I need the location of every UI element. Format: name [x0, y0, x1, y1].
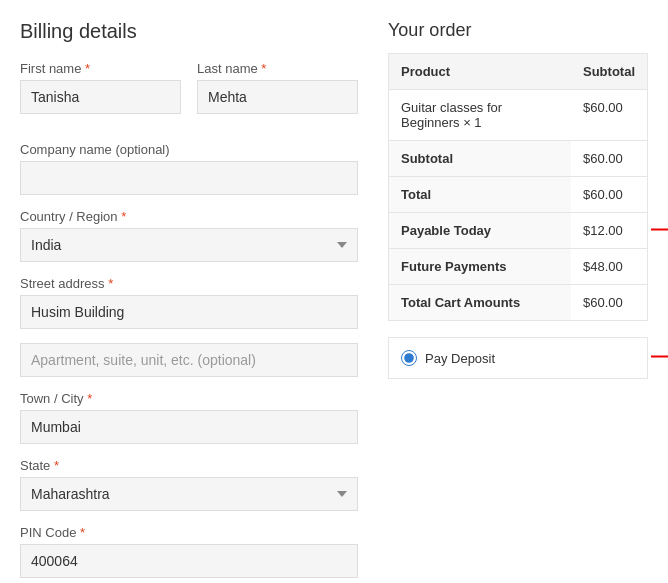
billing-title: Billing details — [20, 20, 358, 43]
pay-deposit-section: Pay Deposit — [388, 337, 648, 379]
state-label: State * — [20, 458, 358, 473]
last-name-input[interactable] — [197, 80, 358, 114]
required-star-pin: * — [76, 525, 85, 540]
arrow-payable-icon — [651, 219, 668, 242]
first-name-group: First name * — [20, 61, 181, 114]
first-name-label: First name * — [20, 61, 181, 76]
name-row: First name * Last name * — [20, 61, 358, 128]
required-star-last: * — [258, 61, 267, 76]
table-row: Subtotal $60.00 — [389, 141, 648, 177]
cart-label: Total Cart Amounts — [389, 285, 572, 321]
apt-group — [20, 343, 358, 377]
subtotal-label: Subtotal — [389, 141, 572, 177]
country-select[interactable]: India United States United Kingdom — [20, 228, 358, 262]
product-name: Guitar classes for Beginners × 1 — [389, 90, 572, 141]
city-label: Town / City * — [20, 391, 358, 406]
city-input[interactable] — [20, 410, 358, 444]
apt-input[interactable] — [20, 343, 358, 377]
country-label: Country / Region * — [20, 209, 358, 224]
company-name-input[interactable] — [20, 161, 358, 195]
last-name-label: Last name * — [197, 61, 358, 76]
street-label: Street address * — [20, 276, 358, 291]
total-value: $60.00 — [571, 177, 648, 213]
pin-label: PIN Code * — [20, 525, 358, 540]
street-input[interactable] — [20, 295, 358, 329]
arrow-deposit-icon — [651, 347, 668, 370]
cart-value: $60.00 — [571, 285, 648, 321]
required-star-city: * — [84, 391, 93, 406]
payable-label: Payable Today — [389, 213, 572, 249]
subtotal-value: $60.00 — [571, 141, 648, 177]
last-name-group: Last name * — [197, 61, 358, 114]
table-row: Total Cart Amounts $60.00 — [389, 285, 648, 321]
order-table: Product Subtotal Guitar classes for Begi… — [388, 53, 648, 321]
order-section: Your order Product Subtotal Guitar class… — [388, 20, 648, 583]
order-title: Your order — [388, 20, 648, 41]
total-label: Total — [389, 177, 572, 213]
table-row: Guitar classes for Beginners × 1 $60.00 — [389, 90, 648, 141]
billing-section: Billing details First name * Last name *… — [20, 20, 358, 583]
required-star-state: * — [50, 458, 59, 473]
required-star-country: * — [118, 209, 127, 224]
pay-deposit-radio[interactable] — [401, 350, 417, 366]
future-label: Future Payments — [389, 249, 572, 285]
city-group: Town / City * — [20, 391, 358, 444]
required-star-first: * — [81, 61, 90, 76]
table-row: Total $60.00 — [389, 177, 648, 213]
pay-deposit-label: Pay Deposit — [425, 351, 495, 366]
future-value: $48.00 — [571, 249, 648, 285]
country-group: Country / Region * India United States U… — [20, 209, 358, 262]
company-name-group: Company name (optional) — [20, 142, 358, 195]
col-product: Product — [389, 54, 572, 90]
product-subtotal: $60.00 — [571, 90, 648, 141]
street-group: Street address * — [20, 276, 358, 329]
state-select[interactable]: Maharashtra Delhi Karnataka — [20, 477, 358, 511]
first-name-input[interactable] — [20, 80, 181, 114]
payable-value: $12.00 — [571, 213, 648, 249]
pin-group: PIN Code * — [20, 525, 358, 578]
state-group: State * Maharashtra Delhi Karnataka — [20, 458, 358, 511]
table-row: Future Payments $48.00 — [389, 249, 648, 285]
required-star-street: * — [105, 276, 114, 291]
company-name-label: Company name (optional) — [20, 142, 358, 157]
table-row: Payable Today $12.00 — [389, 213, 648, 249]
pin-input[interactable] — [20, 544, 358, 578]
col-subtotal: Subtotal — [571, 54, 648, 90]
